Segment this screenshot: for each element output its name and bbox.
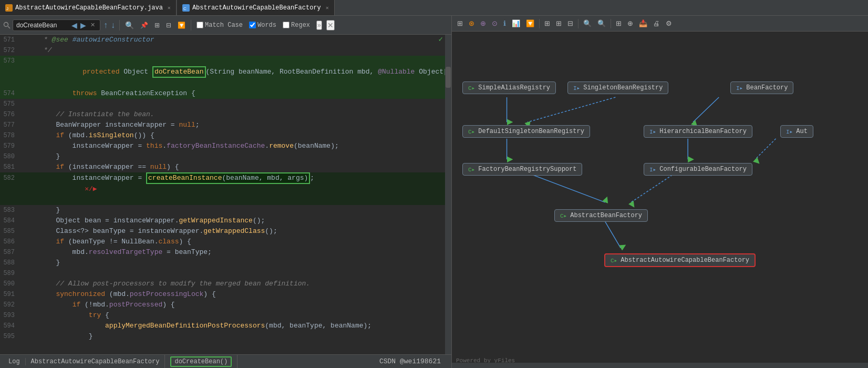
node-i-icon3: I▸ xyxy=(649,128,656,135)
tab-bar: J AbstractAutowireCapableBeanFactory.jav… xyxy=(0,0,868,16)
diag-btn-filter[interactable]: 🔽 xyxy=(524,18,536,28)
nav-down-btn[interactable]: ↓ xyxy=(110,20,116,30)
java-file-icon: J xyxy=(5,4,13,12)
node-default-singleton[interactable]: C▸ DefaultSingletonBeanRegistry xyxy=(462,125,590,138)
diag-btn-2[interactable]: ⊛ xyxy=(467,18,477,28)
diag-btn-4[interactable]: ⊙ xyxy=(490,18,500,28)
search-icon xyxy=(3,22,11,29)
search-clear-btn[interactable]: ✕ xyxy=(89,21,97,29)
regex-option[interactable]: Regex xyxy=(281,21,312,30)
search-nav-row: ↑ ↓ xyxy=(102,20,116,30)
node-singleton-label: SingletonBeanRegistry xyxy=(583,84,663,91)
diag-btn-3[interactable]: ⊕ xyxy=(478,18,488,28)
nav-up-btn[interactable]: ↑ xyxy=(102,20,109,30)
method-highlight: doCreateBean() xyxy=(170,356,232,367)
code-scrollbar[interactable] xyxy=(445,35,451,354)
diag-export[interactable]: 📥 xyxy=(637,18,649,28)
main-area: ◀ ▶ ✕ ↑ ↓ 🔍 📌 ⊞ ⊟ 🔽 Match Case W xyxy=(0,16,868,368)
diagram-content[interactable]: C▸ SimpleAliasRegistry I▸ SingletonBeanR… xyxy=(452,32,868,368)
search-next-btn[interactable]: ▶ xyxy=(80,21,87,29)
status-breadcrumb: AbstractAutowireCapableBeanFactory xyxy=(26,355,166,368)
svg-line-12 xyxy=(693,97,719,122)
table-row: 592 if (!mbd.postProcessed) { xyxy=(0,300,451,310)
filter-btn4[interactable]: 🔽 xyxy=(175,21,188,30)
search-close-btn[interactable]: ✕ xyxy=(326,20,335,30)
tab-java-label: AbstractAutowireCapableBeanFactory.java xyxy=(15,4,163,12)
diagram-tab-icon: C xyxy=(182,4,190,12)
node-bean-factory[interactable]: I▸ BeanFactory xyxy=(730,81,793,94)
tab-diagram-close[interactable]: ✕ xyxy=(326,5,329,11)
node-factory-bean-label: FactoryBeanRegistrySupport xyxy=(478,166,576,173)
table-row: 577 BeanWrapper instanceWrapper = null; xyxy=(0,120,451,130)
diag-fit[interactable]: ⊞ xyxy=(614,18,624,28)
match-case-label: Match Case xyxy=(205,22,243,29)
branding: CSDN @wei198621 xyxy=(379,357,447,365)
filter-btn2[interactable]: ⊞ xyxy=(152,21,162,30)
node-c-icon2: C▸ xyxy=(468,128,475,135)
diag-print[interactable]: 🖨 xyxy=(651,18,662,28)
code-scroll-area[interactable]: ✓ 571 * @see #autowireConstructor 572 */ xyxy=(0,35,451,354)
code-lines: 571 * @see #autowireConstructor 572 */ 5… xyxy=(0,35,451,342)
table-row: 584 Object bean = instanceWrapper.getWra… xyxy=(0,216,451,226)
regex-checkbox[interactable] xyxy=(283,22,290,28)
filter-btn3[interactable]: ⊟ xyxy=(164,21,173,30)
diag-center[interactable]: ⊕ xyxy=(625,18,635,28)
table-row: 594 applyMergedBeanDefinitionPostProcess… xyxy=(0,321,451,331)
node-i-icon5: I▸ xyxy=(649,166,656,173)
node-configurable[interactable]: I▸ ConfigurableBeanFactory xyxy=(644,163,752,176)
diag-btn-layout2[interactable]: ⊞ xyxy=(554,18,564,28)
words-checkbox[interactable] xyxy=(249,22,256,28)
table-row: 578 if (mbd.isSingleton()) { xyxy=(0,130,451,141)
tab-java-close[interactable]: ✕ xyxy=(168,5,171,11)
table-row: 590 // Allow post-processors to modify t… xyxy=(0,279,451,289)
table-row: 595 } xyxy=(0,331,451,342)
node-abstract-bean-label: AbstractBeanFactory xyxy=(570,212,642,219)
match-case-checkbox[interactable] xyxy=(197,22,203,28)
tab-java-file[interactable]: J AbstractAutowireCapableBeanFactory.jav… xyxy=(0,0,177,15)
node-hierarchical[interactable]: I▸ HierarchicalBeanFactory xyxy=(644,125,752,138)
table-row: 589 xyxy=(0,268,451,279)
diagram-scrollbar-h[interactable] xyxy=(452,363,868,368)
node-default-singleton-label: DefaultSingletonBeanRegistry xyxy=(478,128,584,135)
node-simple-alias-label: SimpleAliasRegistry xyxy=(478,84,550,91)
diag-btn-layout1[interactable]: ⊞ xyxy=(542,18,552,28)
diag-btn-layout3[interactable]: ⊟ xyxy=(565,18,575,28)
diag-zoom-out[interactable]: 🔍 xyxy=(595,18,608,28)
diag-btn-5[interactable]: ℹ xyxy=(501,18,508,28)
diag-sep1 xyxy=(539,19,540,28)
node-simple-alias[interactable]: C▸ SimpleAliasRegistry xyxy=(462,81,556,94)
search-input-wrapper: ◀ ▶ ✕ xyxy=(13,19,100,31)
search-input[interactable] xyxy=(16,22,69,29)
node-c-icon4: C▸ xyxy=(560,212,567,219)
scrollbar-thumb[interactable] xyxy=(446,67,451,88)
node-aut[interactable]: I▸ Aut xyxy=(780,125,813,138)
svg-line-15 xyxy=(605,221,621,248)
node-bean-factory-label: BeanFactory xyxy=(746,84,788,91)
diag-settings[interactable]: ⚙ xyxy=(664,18,674,28)
node-i-icon4: I▸ xyxy=(786,128,793,135)
node-abstract-autowire[interactable]: C▸ AbstractAutowireCapableBeanFactory xyxy=(604,253,756,267)
search-expand-btn[interactable]: » xyxy=(316,21,322,30)
tab-diagram[interactable]: C AbstractAutowireCapableBeanFactory ✕ xyxy=(177,0,335,15)
node-i-icon2: I▸ xyxy=(736,85,743,91)
search-prev-btn[interactable]: ◀ xyxy=(71,21,78,29)
refresh-btn[interactable]: 🔍 xyxy=(123,20,136,30)
diag-zoom-in[interactable]: 🔍 xyxy=(581,18,594,28)
svg-line-10 xyxy=(533,175,605,202)
diag-btn-6[interactable]: 📊 xyxy=(510,18,522,28)
highlighted-method: doCreateBean xyxy=(154,68,204,76)
node-abstract-bean[interactable]: C▸ AbstractBeanFactory xyxy=(554,209,648,222)
diag-btn-1[interactable]: ⊞ xyxy=(455,18,465,28)
words-label: Words xyxy=(257,22,276,29)
words-option[interactable]: Words xyxy=(247,21,278,30)
node-factory-bean-registry[interactable]: C▸ FactoryBeanRegistrySupport xyxy=(462,163,582,176)
table-row: 583 } xyxy=(0,205,451,216)
code-panel: ◀ ▶ ✕ ↑ ↓ 🔍 📌 ⊞ ⊟ 🔽 Match Case W xyxy=(0,16,452,368)
match-case-option[interactable]: Match Case xyxy=(194,21,245,30)
regex-label: Regex xyxy=(291,22,310,29)
node-singleton-registry[interactable]: I▸ SingletonBeanRegistry xyxy=(567,81,668,94)
table-row: 581 if (instanceWrapper == null) { xyxy=(0,162,451,172)
svg-line-16 xyxy=(755,139,776,159)
node-i-icon1: I▸ xyxy=(573,85,580,91)
pin-btn[interactable]: 📌 xyxy=(138,21,150,30)
